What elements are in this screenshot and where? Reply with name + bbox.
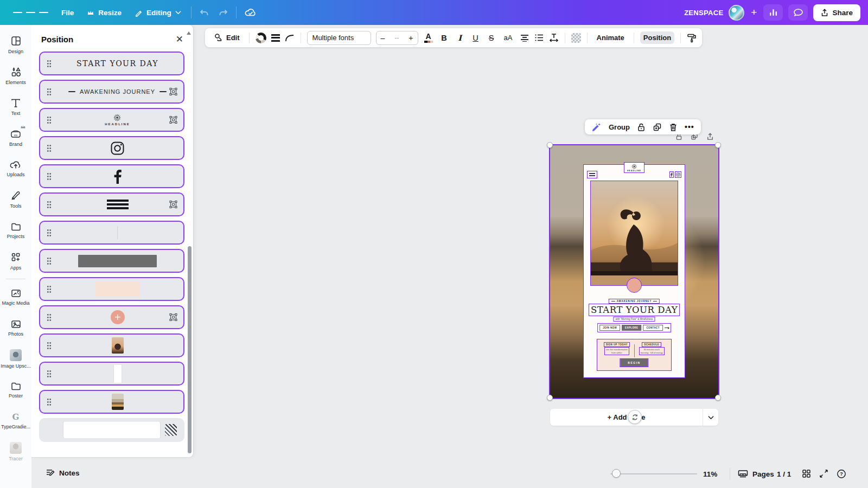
duplicate-icon[interactable] [653,123,662,132]
drag-handle-icon[interactable] [47,342,52,349]
drag-handle-icon[interactable] [47,144,52,152]
sidebar-item-brand[interactable]: co Brand [1,122,31,153]
drag-handle-icon[interactable] [47,116,52,124]
font-size-increase[interactable]: + [409,34,413,42]
drag-handle-icon[interactable] [47,201,52,208]
italic-button[interactable]: I [455,33,465,42]
add-page-dropdown[interactable] [703,409,718,426]
layer-yoga-image[interactable] [39,333,184,357]
resize-button[interactable]: Resize [80,4,128,21]
redo-button[interactable] [214,4,233,21]
spacing-button[interactable] [549,33,559,42]
layer-white-rectangle[interactable] [39,362,184,386]
animate-button[interactable]: Animate [593,31,628,44]
poster-card[interactable]: HEADLINE AWAKENING JOURNEY START YOUR DA… [584,165,685,377]
poster-title[interactable]: START YOUR DAY [589,304,679,316]
add-member-button[interactable]: + [750,7,758,18]
poster-headline-block[interactable]: HEADLINE [624,163,644,172]
drag-handle-icon[interactable] [47,229,52,236]
panel-scrollbar[interactable] [188,246,192,453]
font-family-dropdown[interactable]: Multiple fonts [307,31,371,45]
poster-instagram-icon[interactable] [675,172,681,177]
help-button[interactable]: ? [837,469,846,479]
more-options-button[interactable]: ••• [685,123,694,131]
layer-pink-circle[interactable] [39,305,184,329]
layer-background[interactable] [39,418,184,442]
font-size-stepper[interactable]: – -- + [376,31,418,45]
export-page-icon[interactable] [706,133,714,140]
drag-handle-icon[interactable] [47,60,52,67]
resize-handle-top-right[interactable] [715,142,721,148]
transparency-button[interactable] [571,33,581,43]
layer-menu-lines[interactable] [39,192,184,216]
strikethrough-button[interactable]: S [486,34,497,42]
share-button[interactable]: Share [813,4,860,21]
join-now-button[interactable]: JOIN NOW [599,325,620,331]
poster-menu-icon[interactable] [588,171,597,178]
main-menu-button[interactable] [7,4,55,21]
begin-button[interactable]: BEGIN [620,359,648,367]
drag-handle-icon[interactable] [47,257,52,265]
notes-button[interactable]: Notes [46,468,80,477]
text-color-button[interactable]: A [423,33,434,43]
cloud-save-status-icon[interactable] [240,4,261,21]
group-button[interactable]: Group [609,123,630,131]
explore-button[interactable]: EXPLORE [622,325,641,331]
canvas-area[interactable]: Group ••• HEADLINE [193,25,868,460]
sidebar-item-image-upscaler[interactable]: Image Upsc... [1,343,31,374]
file-menu-button[interactable]: File [55,4,80,21]
fullscreen-button[interactable] [819,469,828,478]
layer-headline-group[interactable]: HEADLINE [39,108,184,132]
sidebar-item-typegradient[interactable]: G TypeGradie... [1,405,31,436]
insights-button[interactable] [763,4,783,21]
layer-sunset-image[interactable] [39,390,184,414]
drag-handle-icon[interactable] [47,370,52,377]
magic-edit-icon[interactable] [591,122,602,132]
layer-instagram[interactable] [39,136,184,160]
scroll-up-arrow[interactable] [187,31,191,35]
lock-icon[interactable] [637,123,646,132]
comments-button[interactable] [788,4,808,21]
layer-peach-rectangle[interactable] [39,277,184,301]
sidebar-item-poster[interactable]: Poster [1,374,31,405]
poster-subtitle[interactable]: with "Morning Flow" & Mindfulness [614,317,655,321]
sidebar-item-text[interactable]: Text [1,91,31,122]
resize-handle-bottom-left[interactable] [547,395,553,401]
sidebar-item-apps[interactable]: Apps [1,246,31,277]
sidebar-item-magic-media[interactable]: Magic Media [1,281,31,312]
drag-handle-icon[interactable] [47,285,52,293]
line-weight-button[interactable] [271,33,280,43]
sidebar-item-design[interactable]: Design [1,29,31,60]
sidebar-item-uploads[interactable]: Uploads [1,153,31,184]
delete-icon[interactable] [669,123,678,132]
list-button[interactable] [534,34,544,42]
sidebar-item-tools[interactable]: Tools [1,184,31,215]
color-wheel-button[interactable] [256,33,266,43]
close-panel-button[interactable]: ✕ [176,35,183,44]
layer-divider-line[interactable] [39,221,184,245]
font-size-decrease[interactable]: – [381,34,385,42]
position-button[interactable]: Position [640,31,674,44]
resize-handle-top-left[interactable] [547,142,553,148]
drag-handle-icon[interactable] [47,88,52,95]
alignment-button[interactable] [520,34,529,42]
drag-handle-icon[interactable] [47,313,52,321]
bold-button[interactable]: B [439,34,450,42]
copy-style-button[interactable] [687,33,697,43]
poster-tagline[interactable]: AWAKENING JOURNEY [609,299,659,303]
layer-dark-rectangle[interactable] [39,249,184,273]
layer-facebook[interactable] [39,164,184,188]
edit-image-button[interactable]: Edit [210,31,243,44]
undo-button[interactable] [195,4,214,21]
avatar[interactable] [729,5,744,21]
poster-pink-circle[interactable] [627,278,641,292]
pages-button[interactable]: Pages [738,470,774,478]
grid-view-button[interactable] [802,469,811,478]
sidebar-item-photos[interactable]: Photos [1,312,31,343]
poster-button-row[interactable]: JOIN NOW EXPLORE CONTACT [598,324,671,332]
zoom-slider-track[interactable] [610,473,697,474]
contact-button[interactable]: CONTACT [643,325,662,331]
layer-start-your-day[interactable]: START YOUR DAY [39,52,184,75]
layer-awakening-journey[interactable]: AWAKENING JOURNEY [39,80,184,104]
curve-button[interactable] [285,34,295,42]
